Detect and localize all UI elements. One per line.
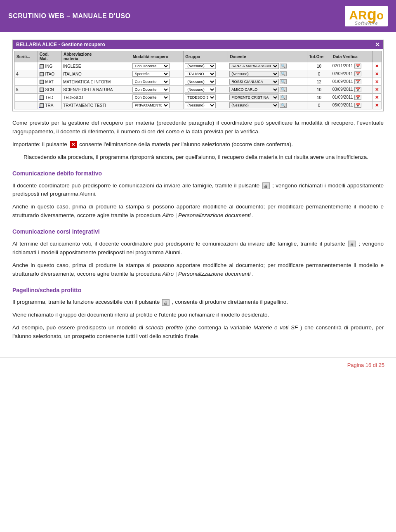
row-num xyxy=(15,62,38,70)
col-num: Scriti... xyxy=(15,51,38,62)
modalita-select[interactable]: Con Docente Con Docente Sportello PRIVAT… xyxy=(132,87,170,92)
row-modalita: PRIVATAMENTE Con Docente Sportello PRIVA… xyxy=(131,102,184,109)
row-gruppo: (Nessuno) xyxy=(184,102,228,109)
gruppo-select[interactable]: ITALIANO xyxy=(185,71,216,77)
row-ore: 10 xyxy=(307,94,331,102)
row-num xyxy=(15,94,38,102)
row-ore: 0 xyxy=(307,70,331,78)
row-cod: 🔲 ITAO xyxy=(38,70,61,78)
window-close-icon[interactable]: ✕ xyxy=(375,41,380,48)
doc-icon-2: 🖨 xyxy=(348,241,356,247)
calendar-btn[interactable]: 📅 xyxy=(354,95,361,100)
col-data: Data Verifica xyxy=(331,51,372,62)
row-delete-icon[interactable]: ✕ xyxy=(375,87,379,92)
section2-para2: Anche in questo caso, prima di produrre … xyxy=(12,261,384,279)
row-data: 05/09/2011 📅 xyxy=(331,102,372,109)
modalita-select[interactable]: Con Docente Con Docente Sportello PRIVAT… xyxy=(132,63,170,69)
window-titlebar: BELLARIA ALICE - Gestione recupero ✕ xyxy=(13,40,383,49)
modalita-select[interactable]: PRIVATAMENTE Con Docente Sportello PRIVA… xyxy=(132,102,170,108)
section1-heading: Comunicazione debito formativo xyxy=(12,169,384,178)
logo-ar: AR xyxy=(349,9,367,21)
gruppo-select[interactable]: (Nessuno) xyxy=(185,102,216,108)
docente-search-btn[interactable]: 🔍 xyxy=(280,79,287,84)
docente-search-btn[interactable]: 🔍 xyxy=(280,64,287,69)
row-gruppo: (Nessuno) xyxy=(184,78,228,86)
row-cod: 🔲 TED xyxy=(38,94,61,102)
col-actions xyxy=(372,51,381,62)
logo-area: AR g o SoftwARe xyxy=(345,6,388,26)
section2-heading: Comunicazione corsi integrativi xyxy=(12,227,384,236)
main-content: BELLARIA ALICE - Gestione recupero ✕ Scr… xyxy=(0,32,396,353)
row-num: 4 xyxy=(15,70,38,78)
table-row: 4 🔲 ITAO ITALIANO Sportello Con Docente … xyxy=(15,70,382,78)
row-delete-icon[interactable]: ✕ xyxy=(375,64,379,69)
calendar-btn[interactable]: 📅 xyxy=(354,79,361,84)
row-num xyxy=(15,102,38,109)
calendar-btn[interactable]: 📅 xyxy=(354,103,361,108)
docente-select[interactable]: AMICO CARLO xyxy=(229,87,279,92)
row-gruppo: (Nessuno) xyxy=(184,86,228,94)
row-cod: 🔲 TRA xyxy=(38,102,61,109)
row-gruppo: TEDESCO 3 xyxy=(184,94,228,102)
docente-search-btn[interactable]: 🔍 xyxy=(280,71,287,76)
table-row: 🔲 TRA TRATTAMENTO TESTI PRIVATAMENTE Con… xyxy=(15,102,382,109)
section1-para1: Il docente coordinatore può predisporre … xyxy=(12,182,384,199)
row-delete-cell: ✕ xyxy=(372,62,381,70)
docente-select[interactable]: SANZIA MARIA ASSUNT xyxy=(229,63,279,69)
row-docente: AMICO CARLO 🔍 xyxy=(228,86,307,94)
section2-para1: Al termine del caricamento voti, il doce… xyxy=(12,240,384,257)
docente-select[interactable]: ROSSI GIANLUCA xyxy=(229,79,279,85)
logo-g: g xyxy=(367,7,377,21)
gruppo-select[interactable]: (Nessuno) xyxy=(185,63,216,69)
row-docente: (Nessuno) 🔍 xyxy=(228,70,307,78)
table-row: 🔲 MAT MATEMATICA E INFORM Con Docente Co… xyxy=(15,78,382,86)
docente-search-btn[interactable]: 🔍 xyxy=(280,103,287,108)
section3-para3: Ad esempio, può essere predisposto un mo… xyxy=(12,324,384,341)
row-cod: 🔲 MAT xyxy=(38,78,61,86)
row-materia: TEDESCO xyxy=(62,94,131,102)
page-title: SCRUTINIO WEB – MANUALE D'USO xyxy=(8,12,131,20)
window-body: Scriti... Cod.Mat. Abbreviazionemateria … xyxy=(13,49,383,111)
calendar-btn[interactable]: 📅 xyxy=(354,64,361,69)
row-delete-icon[interactable]: ✕ xyxy=(375,95,379,100)
row-ore: 0 xyxy=(307,102,331,109)
row-docente: (Nessuno) 🔍 xyxy=(228,102,307,109)
col-cod-mat: Cod.Mat. xyxy=(38,51,61,62)
row-gruppo: ITALIANO xyxy=(184,70,228,78)
docente-select[interactable]: (Nessuno) xyxy=(229,71,279,77)
calendar-btn[interactable]: 📅 xyxy=(354,71,361,76)
docente-select[interactable]: (Nessuno) xyxy=(229,102,279,108)
modalita-select[interactable]: Sportello Con Docente Sportello PRIVATAM… xyxy=(132,71,170,77)
row-delete-cell: ✕ xyxy=(372,78,381,86)
row-delete-icon[interactable]: ✕ xyxy=(375,79,379,84)
gruppo-select[interactable]: (Nessuno) xyxy=(185,79,216,85)
row-ore: 10 xyxy=(307,86,331,94)
row-materia: ITALIANO xyxy=(62,70,131,78)
section3-para1: Il programma, tramite la funzione access… xyxy=(12,298,384,307)
docente-search-btn[interactable]: 🔍 xyxy=(280,87,287,92)
row-materia: TRATTAMENTO TESTI xyxy=(62,102,131,109)
row-ore: 12 xyxy=(307,78,331,86)
row-delete-icon[interactable]: ✕ xyxy=(375,71,379,76)
row-delete-icon[interactable]: ✕ xyxy=(375,103,379,108)
para2: Importante: il pulsante ✕ consente l'eli… xyxy=(12,140,384,149)
docente-select[interactable]: FIORENTE CRISTINA xyxy=(229,95,279,100)
row-cod: 🔲 SCN xyxy=(38,86,61,94)
docente-search-btn[interactable]: 🔍 xyxy=(280,95,287,100)
row-modalita: Con Docente Con Docente Sportello PRIVAT… xyxy=(131,62,184,70)
col-gruppo: Gruppo xyxy=(184,51,228,62)
calendar-btn[interactable]: 📅 xyxy=(354,87,361,92)
gruppo-select[interactable]: TEDESCO 3 xyxy=(185,95,216,100)
para3: Riaccedendo alla procedura, il programma… xyxy=(12,153,384,162)
modalita-select[interactable]: Con Docente Con Docente Sportello PRIVAT… xyxy=(132,95,170,100)
row-delete-cell: ✕ xyxy=(372,102,381,109)
modalita-select[interactable]: Con Docente Con Docente Sportello PRIVAT… xyxy=(132,79,170,85)
row-delete-cell: ✕ xyxy=(372,94,381,102)
section1-para2: Anche in questo caso, prima di produrre … xyxy=(12,203,384,220)
row-modalita: Con Docente Con Docente Sportello PRIVAT… xyxy=(131,94,184,102)
col-ore: Tot.Ore xyxy=(307,51,331,62)
row-data: 01/09/2011 📅 xyxy=(331,78,372,86)
row-gruppo: (Nessuno) xyxy=(184,62,228,70)
row-modalita: Con Docente Con Docente Sportello PRIVAT… xyxy=(131,86,184,94)
gruppo-select[interactable]: (Nessuno) xyxy=(185,87,216,92)
